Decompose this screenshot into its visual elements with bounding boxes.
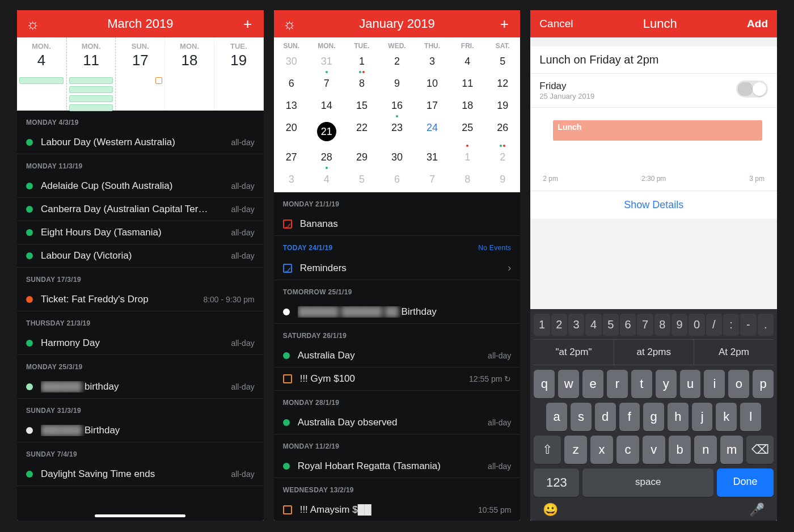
month-day[interactable]: 1 bbox=[344, 52, 379, 74]
numkey[interactable]: . bbox=[758, 314, 774, 336]
month-day[interactable]: 31 bbox=[309, 52, 344, 74]
settings-icon[interactable]: ☼ bbox=[26, 17, 40, 31]
day-column[interactable]: MON.4 bbox=[17, 37, 66, 110]
month-day[interactable]: 25 bbox=[450, 119, 485, 148]
numkey[interactable]: - bbox=[740, 314, 756, 336]
numkey[interactable]: 5 bbox=[603, 314, 619, 336]
month-grid[interactable]: SUN.MON.TUE.WED.THU.FRI.SAT. 30311234567… bbox=[274, 37, 521, 192]
key-p[interactable]: p bbox=[753, 370, 774, 398]
key-c[interactable]: c bbox=[616, 436, 639, 464]
when-row[interactable]: Friday 25 January 2019 bbox=[530, 74, 777, 108]
month-day[interactable]: 19 bbox=[485, 96, 520, 119]
add-icon[interactable]: + bbox=[497, 17, 511, 31]
month-title[interactable]: March 2019 bbox=[107, 16, 173, 31]
month-day[interactable]: 5 bbox=[344, 170, 379, 192]
month-day[interactable]: 28 bbox=[309, 148, 344, 170]
key-u[interactable]: u bbox=[680, 370, 701, 398]
month-day[interactable]: 13 bbox=[274, 96, 309, 119]
suggestion[interactable]: At 2pm bbox=[694, 340, 774, 365]
day-column[interactable]: TUE.19 bbox=[214, 37, 264, 110]
numkey[interactable]: : bbox=[723, 314, 739, 336]
month-day[interactable]: 22 bbox=[344, 119, 379, 148]
key-j[interactable]: j bbox=[692, 403, 713, 431]
event-row[interactable]: ██████ birthdayall-day bbox=[17, 375, 264, 399]
month-day[interactable]: 15 bbox=[344, 96, 379, 119]
event-row[interactable]: !!! Gym $10012:55 pm ↻ bbox=[274, 368, 521, 391]
key-i[interactable]: i bbox=[704, 370, 725, 398]
settings-icon[interactable]: ☼ bbox=[283, 17, 297, 31]
event-row[interactable]: Australia Dayall-day bbox=[274, 344, 521, 368]
numkey[interactable]: 6 bbox=[620, 314, 636, 336]
event-row[interactable]: Labour Day (Western Australia)all-day bbox=[17, 131, 264, 154]
timeline[interactable]: Lunch 2 pm2:30 pm3 pm bbox=[530, 108, 777, 191]
key-o[interactable]: o bbox=[728, 370, 749, 398]
numkey[interactable]: 1 bbox=[534, 314, 550, 336]
month-day[interactable]: 4 bbox=[450, 52, 485, 74]
key-shift[interactable]: ⇧ bbox=[534, 436, 561, 464]
key-g[interactable]: g bbox=[643, 403, 664, 431]
add-icon[interactable]: + bbox=[241, 17, 255, 31]
key-l[interactable]: l bbox=[740, 403, 761, 431]
event-row[interactable]: ██████ Birthday bbox=[17, 419, 264, 442]
numkey[interactable]: 8 bbox=[654, 314, 670, 336]
month-day[interactable]: 3 bbox=[274, 170, 309, 192]
event-row[interactable]: Australia Day observedall-day bbox=[274, 411, 521, 434]
event-row[interactable]: Harmony Dayall-day bbox=[17, 332, 264, 355]
month-day[interactable]: 14 bbox=[309, 96, 344, 119]
month-day[interactable]: 6 bbox=[274, 74, 309, 96]
key-backspace[interactable]: ⌫ bbox=[746, 436, 774, 464]
suggestion[interactable]: at 2pms bbox=[614, 340, 694, 365]
key-k[interactable]: k bbox=[716, 403, 737, 431]
event-row[interactable]: ✓Bananas bbox=[274, 213, 521, 236]
day-column[interactable]: SUN.17 bbox=[116, 37, 165, 110]
event-list[interactable]: MONDAY 4/3/19Labour Day (Western Austral… bbox=[17, 111, 264, 521]
key-x[interactable]: x bbox=[590, 436, 613, 464]
event-row[interactable]: ✓Reminders› bbox=[274, 256, 521, 280]
event-row[interactable]: Labour Day (Victoria)all-day bbox=[17, 244, 264, 268]
month-day[interactable]: 6 bbox=[379, 170, 415, 192]
month-day[interactable]: 5 bbox=[485, 52, 520, 74]
key-done[interactable]: Done bbox=[717, 468, 774, 497]
key-e[interactable]: e bbox=[582, 370, 603, 398]
nl-input[interactable]: Lunch on Friday at 2pm bbox=[530, 47, 777, 74]
key-a[interactable]: a bbox=[546, 403, 567, 431]
month-day[interactable]: 16 bbox=[379, 96, 415, 119]
mic-icon[interactable]: 🎤 bbox=[749, 503, 765, 517]
key-n[interactable]: n bbox=[694, 436, 717, 464]
key-s[interactable]: s bbox=[571, 403, 592, 431]
key-q[interactable]: q bbox=[534, 370, 555, 398]
month-day[interactable]: 30 bbox=[274, 52, 309, 74]
checkbox-icon[interactable]: ✓ bbox=[283, 219, 292, 229]
numkey[interactable]: 2 bbox=[551, 314, 567, 336]
day-column[interactable]: MON.18 bbox=[165, 37, 214, 110]
key-v[interactable]: v bbox=[643, 436, 665, 464]
month-day[interactable]: 8 bbox=[450, 170, 485, 192]
month-day[interactable]: 24 bbox=[415, 119, 450, 148]
month-day[interactable]: 4 bbox=[309, 170, 344, 192]
month-day[interactable]: 27 bbox=[274, 148, 309, 170]
month-day[interactable]: 17 bbox=[415, 96, 450, 119]
suggestion[interactable]: "at 2pm" bbox=[534, 340, 613, 365]
key-space[interactable]: space bbox=[582, 468, 713, 497]
checkbox-icon[interactable] bbox=[283, 505, 292, 514]
event-row[interactable]: Canberra Day (Australian Capital Ter…all… bbox=[17, 198, 264, 221]
month-day[interactable]: 2 bbox=[485, 148, 520, 170]
month-day[interactable]: 20 bbox=[274, 119, 309, 148]
month-day[interactable]: 11 bbox=[450, 74, 485, 96]
month-day[interactable]: 31 bbox=[415, 148, 450, 170]
checkbox-icon[interactable] bbox=[283, 374, 292, 383]
month-day[interactable]: 9 bbox=[485, 170, 520, 192]
month-day[interactable]: 8 bbox=[344, 74, 379, 96]
month-day[interactable]: 30 bbox=[379, 148, 415, 170]
month-day[interactable]: 26 bbox=[485, 119, 520, 148]
event-row[interactable]: Ticket: Fat Freddy's Drop8:00 - 9:30 pm bbox=[17, 288, 264, 311]
event-row[interactable]: Adelaide Cup (South Australia)all-day bbox=[17, 175, 264, 198]
key-w[interactable]: w bbox=[558, 370, 579, 398]
numkey[interactable]: 7 bbox=[637, 314, 653, 336]
key-b[interactable]: b bbox=[669, 436, 691, 464]
month-day[interactable]: 23 bbox=[379, 119, 415, 148]
day-column[interactable]: MON.11 bbox=[66, 37, 116, 110]
month-day[interactable]: 12 bbox=[485, 74, 520, 96]
month-day[interactable]: 10 bbox=[415, 74, 450, 96]
event-row[interactable]: Daylight Saving Time endsall-day bbox=[17, 463, 264, 486]
